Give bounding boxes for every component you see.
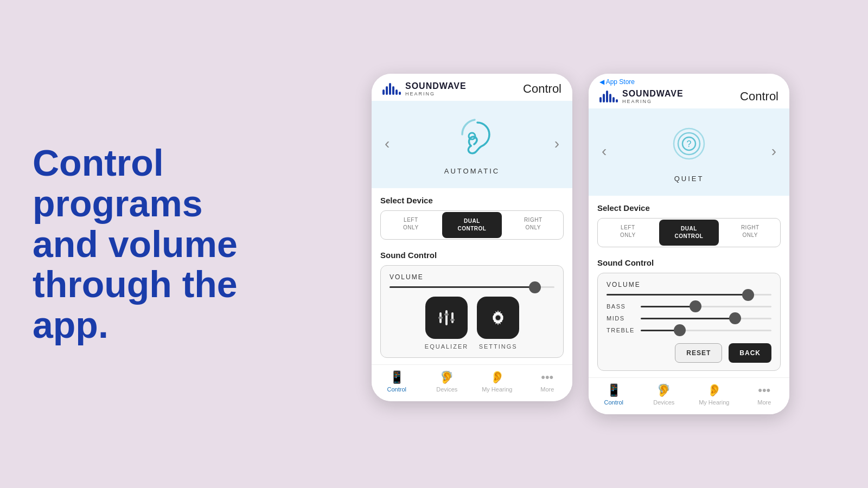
phone2-program-selector: ‹ ? QUIET › xyxy=(589,108,789,196)
phone1-eq-row: EQUALIZER SETTINGS xyxy=(390,297,554,350)
phone2-volume-label: VOLUME xyxy=(607,281,771,288)
phone1-more-icon: ••• xyxy=(541,370,553,384)
phone1-logo-text: SOUNDWAVE HEARING xyxy=(405,81,467,97)
phone2-next-program[interactable]: › xyxy=(767,143,781,160)
phone1-nav-devices[interactable]: 🦻 Devices xyxy=(431,370,463,393)
svg-rect-5 xyxy=(451,312,454,323)
phone2-right-only-btn[interactable]: RIGHTONLY xyxy=(720,219,780,247)
phone1-device-selector: LEFTONLY DUALCONTROL RIGHTONLY xyxy=(380,210,564,240)
phone1-equalizer-label: EQUALIZER xyxy=(425,343,468,350)
phone1-program-label: AUTOMATIC xyxy=(444,167,500,175)
phone2-bass-label: BASS xyxy=(607,303,636,310)
phone2-nav-control[interactable]: 📱 Control xyxy=(597,383,630,406)
phone1-nav-hearing[interactable]: 👂 My Hearing xyxy=(481,370,513,393)
phone1-devices-icon: 🦻 xyxy=(439,370,454,384)
phone1-next-program[interactable]: › xyxy=(550,135,564,152)
phone1-header-title: Control xyxy=(523,82,561,96)
phone1-hearing-label: My Hearing xyxy=(482,386,512,393)
phone2-bass-track[interactable] xyxy=(641,306,771,307)
phone2-bottom-nav: 📱 Control 🦻 Devices 👂 My Hearing ••• Mor… xyxy=(589,377,789,414)
phone2-mids-label: MIDS xyxy=(607,315,636,322)
phone2-mids-track[interactable] xyxy=(641,318,771,319)
phone2-more-label: More xyxy=(757,399,771,406)
phone1-left-only-btn[interactable]: LEFTONLY xyxy=(381,211,441,239)
phone2-control-label: Control xyxy=(604,399,623,406)
phone2-logo: SOUNDWAVE HEARING xyxy=(599,89,684,104)
phone1-equalizer-btn[interactable]: EQUALIZER xyxy=(425,297,468,350)
phone1-program-icon xyxy=(448,112,496,160)
phone2-program-center: ? QUIET xyxy=(665,119,713,183)
phone2-treble-row: TREBLE xyxy=(607,327,771,333)
phone2-devices-label: Devices xyxy=(653,399,674,406)
phone1-more-label: More xyxy=(540,386,554,393)
phone1-program-center: AUTOMATIC xyxy=(444,112,500,175)
phone2-back-button[interactable]: BACK xyxy=(729,343,771,363)
phone2-device-selector: LEFTONLY DUALCONTROL RIGHTONLY xyxy=(597,218,781,247)
soundwave-logo-icon xyxy=(382,83,401,95)
svg-rect-2 xyxy=(438,317,443,319)
phone1-nav-control[interactable]: 📱 Control xyxy=(380,370,413,393)
phone2-nav-hearing[interactable]: 👂 My Hearing xyxy=(698,383,730,406)
phone2-treble-label: TREBLE xyxy=(607,327,636,333)
phone1-select-device-section: Select Device LEFTONLY DUALCONTROL RIGHT… xyxy=(372,188,572,244)
hero-text-block: Control programs and volume through the … xyxy=(0,110,293,378)
phones-container: SOUNDWAVE HEARING Control ‹ xyxy=(293,63,868,425)
phone1-volume-slider-row xyxy=(390,286,554,288)
hero-heading: Control programs and volume through the … xyxy=(33,143,260,345)
phone2-reset-button[interactable]: RESET xyxy=(675,343,722,363)
phone1-bottom-nav: 📱 Control 🦻 Devices 👂 My Hearing ••• Mor… xyxy=(372,364,572,401)
phone1-settings-btn[interactable]: SETTINGS xyxy=(477,297,519,350)
phone2-volume-slider-row xyxy=(607,294,771,296)
phone1-settings-label: SETTINGS xyxy=(479,343,518,350)
phone2-sound-control-title: Sound Control xyxy=(597,258,781,267)
phone1-nav-more[interactable]: ••• More xyxy=(531,370,564,393)
phone1-sound-control-title: Sound Control xyxy=(380,251,564,260)
phone-1: SOUNDWAVE HEARING Control ‹ xyxy=(372,74,572,401)
phone1-logo: SOUNDWAVE HEARING xyxy=(382,81,467,97)
phone2-bass-row: BASS xyxy=(607,303,771,310)
phone2-devices-icon: 🦻 xyxy=(656,383,671,397)
phone1-select-device-title: Select Device xyxy=(380,196,564,205)
phone1-volume-label: VOLUME xyxy=(390,273,554,281)
phone2-control-icon: 📱 xyxy=(607,383,621,397)
phone2-nav-more[interactable]: ••• More xyxy=(748,383,781,406)
phone2-volume-track[interactable] xyxy=(607,294,771,296)
phone1-sound-control-section: Sound Control VOLUME xyxy=(372,244,572,364)
phone1-header: SOUNDWAVE HEARING Control xyxy=(372,74,572,101)
phone2-treble-track[interactable] xyxy=(641,330,771,331)
phone2-dual-control-btn[interactable]: DUALCONTROL xyxy=(659,220,719,246)
svg-rect-3 xyxy=(445,310,448,325)
phone1-program-selector: ‹ AUTOMATIC › xyxy=(372,101,572,188)
phone2-select-device-title: Select Device xyxy=(597,203,781,213)
phone1-dual-control-btn[interactable]: DUALCONTROL xyxy=(442,212,502,238)
svg-point-8 xyxy=(496,316,501,320)
phone2-left-only-btn[interactable]: LEFTONLY xyxy=(598,219,658,247)
soundwave-logo-icon-2 xyxy=(599,91,618,102)
svg-rect-4 xyxy=(444,313,449,316)
phone1-sound-box: VOLUME xyxy=(380,265,564,358)
phone-2: ◀ App Store SOUNDWAVE HEARING Control xyxy=(589,74,789,414)
phone1-control-icon: 📱 xyxy=(390,370,404,384)
phone1-prev-program[interactable]: ‹ xyxy=(380,135,394,152)
phone2-nav-devices[interactable]: 🦻 Devices xyxy=(648,383,680,406)
phone2-sound-control-section: Sound Control VOLUME BASS xyxy=(589,252,789,377)
phone2-hearing-label: My Hearing xyxy=(699,399,729,406)
svg-text:?: ? xyxy=(687,139,692,149)
phone1-right-only-btn[interactable]: RIGHTONLY xyxy=(503,211,563,239)
phone2-mids-row: MIDS xyxy=(607,315,771,322)
phone2-sound-box: VOLUME BASS xyxy=(597,273,781,371)
phone2-hearing-icon: 👂 xyxy=(707,383,722,397)
phone1-devices-label: Devices xyxy=(436,386,457,393)
phone2-more-icon: ••• xyxy=(758,383,770,397)
phone2-program-label: QUIET xyxy=(674,175,704,183)
phone1-eq-icon xyxy=(425,297,468,339)
phone1-hearing-icon: 👂 xyxy=(490,370,505,384)
phone2-select-device-section: Select Device LEFTONLY DUALCONTROL RIGHT… xyxy=(589,196,789,252)
phone2-app-store-back[interactable]: ◀ App Store xyxy=(589,74,789,86)
phone1-volume-track[interactable] xyxy=(390,286,554,288)
phone2-prev-program[interactable]: ‹ xyxy=(597,143,611,160)
phone2-header: SOUNDWAVE HEARING Control xyxy=(589,86,789,108)
phone2-logo-text: SOUNDWAVE HEARING xyxy=(622,89,684,104)
phone1-settings-icon xyxy=(477,297,519,339)
phone2-action-row: RESET BACK xyxy=(607,339,771,363)
